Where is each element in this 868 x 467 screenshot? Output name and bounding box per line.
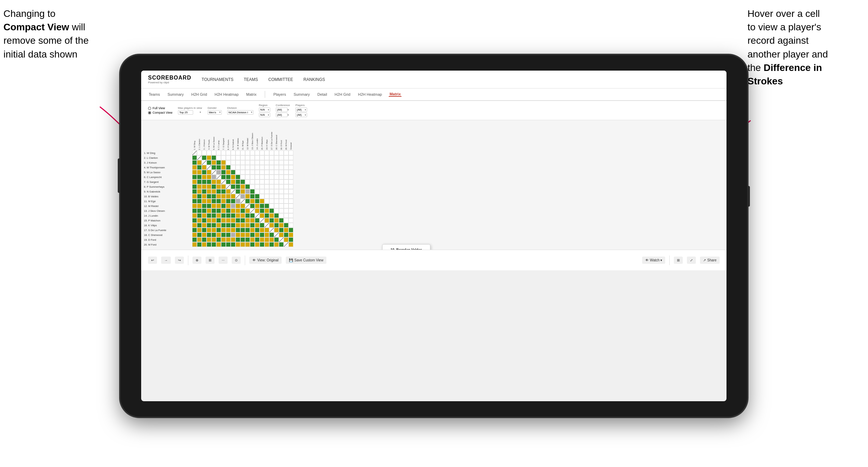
grid-cell-3-5[interactable] [211,160,216,165]
grid-cell-10-3[interactable] [202,194,207,199]
grid-cell-15-7[interactable] [221,218,226,223]
grid-cell-8-7[interactable] [221,184,226,189]
grid-cell-20-19[interactable] [279,242,284,247]
grid-cell-2-11[interactable] [240,155,245,160]
grid-cell-14-20[interactable] [284,213,289,218]
grid-cell-5-17[interactable] [269,170,274,175]
grid-cell-13-6[interactable] [216,208,221,213]
region-select2[interactable]: N/A [259,113,270,117]
grid-cell-14-18[interactable] [274,213,279,218]
grid-cell-7-2[interactable] [197,179,202,184]
grid-cell-11-21[interactable] [289,199,293,204]
grid-cell-20-21[interactable] [289,242,293,247]
grid-cell-20-13[interactable] [250,242,255,247]
grid-cell-11-12[interactable] [245,199,250,204]
grid-cell-6-9[interactable] [231,175,236,179]
nav-teams[interactable]: TEAMS [244,77,258,82]
grid-cell-13-7[interactable] [221,208,226,213]
grid-cell-7-8[interactable] [226,179,231,184]
grid-cell-18-6[interactable] [216,232,221,237]
grid-cell-11-11[interactable] [240,199,245,204]
grid-cell-3-14[interactable] [255,160,260,165]
grid-cell-1-17[interactable] [269,151,274,155]
grid-cell-20-3[interactable] [202,242,207,247]
grid-cell-12-2[interactable] [197,204,202,208]
grid-cell-15-19[interactable] [279,218,284,223]
grid-cell-9-11[interactable] [240,189,245,194]
layout-button[interactable]: ⊞ [674,257,683,264]
grid-cell-19-10[interactable] [236,237,240,242]
grid-cell-7-9[interactable] [231,179,236,184]
grid-cell-8-21[interactable] [289,184,293,189]
grid-cell-12-21[interactable] [289,204,293,208]
tab-h2h-heatmap-1[interactable]: H2H Heatmap [214,92,239,96]
grid-cell-1-16[interactable] [264,151,269,155]
grid-cell-7-5[interactable] [211,179,216,184]
grid-cell-8-16[interactable] [264,184,269,189]
grid-cell-6-3[interactable] [202,175,207,179]
grid-cell-13-13[interactable] [250,208,255,213]
grid-cell-19-16[interactable] [264,237,269,242]
grid-cell-10-16[interactable] [264,194,269,199]
grid-cell-14-4[interactable] [207,213,211,218]
grid-cell-5-19[interactable] [279,170,284,175]
grid-cell-12-16[interactable] [264,204,269,208]
tab-detail[interactable]: Detail [317,92,328,96]
grid-cell-3-6[interactable] [216,160,221,165]
grid-cell-5-13[interactable] [250,170,255,175]
grid-cell-12-9[interactable] [231,204,236,208]
grid-cell-9-7[interactable] [221,189,226,194]
grid-cell-11-15[interactable] [260,199,264,204]
grid-cell-12-5[interactable] [211,204,216,208]
grid-cell-17-7[interactable] [221,228,226,232]
grid-cell-16-6[interactable] [216,223,221,228]
grid-cell-9-1[interactable] [192,189,197,194]
grid-cell-2-20[interactable] [284,155,289,160]
grid-cell-1-10[interactable] [236,151,240,155]
grid-cell-14-16[interactable] [264,213,269,218]
zoom-fit-button[interactable]: ⊕ [192,257,201,264]
fullscreen-button[interactable]: ⤢ [687,257,696,264]
grid-cell-20-18[interactable] [274,242,279,247]
grid-cell-19-7[interactable] [221,237,226,242]
grid-cell-12-7[interactable] [221,204,226,208]
grid-cell-20-2[interactable] [197,242,202,247]
grid-cell-10-7[interactable] [221,194,226,199]
grid-cell-3-3[interactable] [202,160,207,165]
grid-cell-13-4[interactable] [207,208,211,213]
grid-cell-16-21[interactable] [289,223,293,228]
grid-cell-3-17[interactable] [269,160,274,165]
grid-cell-17-10[interactable] [236,228,240,232]
grid-cell-17-18[interactable] [274,228,279,232]
grid-cell-12-1[interactable] [192,204,197,208]
grid-cell-14-2[interactable] [197,213,202,218]
grid-cell-15-12[interactable] [245,218,250,223]
grid-cell-19-18[interactable] [274,237,279,242]
grid-cell-20-1[interactable] [192,242,197,247]
grid-cell-8-18[interactable] [274,184,279,189]
grid-cell-11-8[interactable] [226,199,231,204]
grid-cell-18-7[interactable] [221,232,226,237]
grid-cell-7-16[interactable] [264,179,269,184]
grid-cell-15-13[interactable] [250,218,255,223]
grid-cell-20-15[interactable] [260,242,264,247]
grid-cell-5-3[interactable] [202,170,207,175]
grid-cell-1-4[interactable] [207,151,211,155]
grid-cell-14-12[interactable] [245,213,250,218]
grid-cell-20-5[interactable] [211,242,216,247]
grid-cell-12-18[interactable] [274,204,279,208]
grid-cell-10-2[interactable] [197,194,202,199]
grid-cell-18-3[interactable] [202,232,207,237]
grid-cell-16-4[interactable] [207,223,211,228]
grid-cell-4-11[interactable] [240,165,245,170]
grid-cell-16-11[interactable] [240,223,245,228]
grid-cell-18-20[interactable] [284,232,289,237]
grid-cell-17-12[interactable] [245,228,250,232]
grid-cell-1-14[interactable] [255,151,260,155]
grid-cell-11-7[interactable] [221,199,226,204]
grid-cell-16-8[interactable] [226,223,231,228]
grid-cell-8-3[interactable] [202,184,207,189]
grid-cell-13-12[interactable] [245,208,250,213]
grid-cell-1-21[interactable] [289,151,293,155]
grid-cell-15-3[interactable] [202,218,207,223]
